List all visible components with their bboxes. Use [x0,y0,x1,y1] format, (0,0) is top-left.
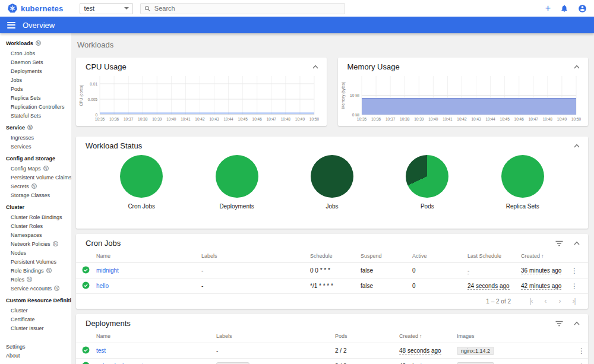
last-schedule-cell: - [467,267,469,274]
first-page-icon[interactable]: |‹ [524,297,538,305]
sidebar-item-persistent-volume-claims[interactable]: Persistent Volume ClaimsN [0,173,71,182]
notifications-bell-icon[interactable] [560,4,568,12]
column-header-pods[interactable]: Pods [333,329,397,343]
pie-label: Jobs [326,203,338,210]
sidebar-item-crd-certificate[interactable]: Certificate [0,315,71,324]
column-header-images[interactable]: Images [454,329,573,343]
sidebar-item-role-bindings[interactable]: Role BindingsN [0,266,71,275]
sidebar-item-cron-jobs[interactable]: Cron Jobs [0,49,71,58]
sidebar-item-crd-cluster-issuer[interactable]: Cluster Issuer [0,324,71,333]
column-header-created[interactable]: Created↑ [397,329,454,343]
column-header-created[interactable]: Created↑ [519,249,566,263]
sidebar-item-cluster-roles[interactable]: Cluster Roles [0,221,71,230]
pie-label: Pods [421,203,434,210]
last-page-icon[interactable]: ›| [567,297,581,305]
sidebar-item-jobs[interactable]: Jobs [0,75,71,84]
collapse-card-icon[interactable] [574,321,580,325]
sidebar-section-workloads[interactable]: WorkloadsN [0,39,71,49]
active-cell: 0 [410,278,465,294]
previous-page-icon[interactable]: ‹ [538,297,552,305]
jobs-pie-chart [311,155,353,198]
next-page-icon[interactable]: › [552,297,567,305]
sidebar-item-deployments[interactable]: Deployments [0,67,71,75]
cron-jobs-title: Cron Jobs [86,239,121,248]
sidebar-item-settings[interactable]: Settings [0,342,71,351]
collapse-card-icon[interactable] [574,241,580,245]
cron-job-link[interactable]: midnight [96,267,119,274]
filter-icon[interactable] [555,240,563,246]
collapse-card-icon[interactable] [574,144,580,148]
column-header-labels[interactable]: Labels [199,249,308,263]
create-resource-button[interactable]: + [545,4,551,13]
column-header-suspend[interactable]: Suspend [358,249,410,263]
svg-text:10:45: 10:45 [500,117,510,121]
sidebar-item-config-maps[interactable]: Config MapsN [0,164,71,173]
sidebar-item-network-policies[interactable]: Network PoliciesN [0,239,71,248]
sidebar-section-service[interactable]: ServiceN [0,123,71,133]
sidebar-item-secrets[interactable]: SecretsN [0,182,71,191]
sidebar-section-cluster[interactable]: Cluster [0,202,71,213]
kubernetes-logo[interactable]: kubernetes [7,3,63,14]
collapse-card-icon[interactable] [574,65,580,69]
svg-text:10:41: 10:41 [443,117,453,121]
sidebar-item-nodes[interactable]: Nodes [0,248,71,257]
deployment-link[interactable]: test [96,347,106,354]
menu-hamburger-icon[interactable] [7,22,15,29]
sidebar-item-crd-cluster[interactable]: Cluster [0,306,71,315]
svg-text:10:42: 10:42 [195,117,205,121]
sidebar-item-daemon-sets[interactable]: Daemon Sets [0,58,71,67]
sidebar-item-services[interactable]: Services [0,142,71,151]
namespaced-badge: N [43,166,49,171]
actions-column-header [566,249,588,263]
row-actions-menu-icon[interactable]: ⋮ [568,282,580,290]
svg-text:10:39: 10:39 [414,117,424,121]
column-header-name[interactable]: Name [94,249,199,263]
workload-status-title: Workload Status [86,141,142,150]
sidebar-item-pods[interactable]: Pods [0,84,71,93]
sidebar-item-service-accounts[interactable]: Service AccountsN [0,284,71,293]
sidebar-item-persistent-volumes[interactable]: Persistent Volumes [0,257,71,266]
row-actions-menu-icon[interactable]: ⋮ [576,362,587,364]
sidebar-item-replication-controllers[interactable]: Replication Controllers [0,102,71,111]
status-column-header [76,329,94,343]
labels-cell: - [199,278,308,294]
sidebar-item-storage-classes[interactable]: Storage Classes [0,191,71,200]
svg-text:10:35: 10:35 [95,117,105,121]
column-header-name[interactable]: Name [94,329,214,343]
user-account-icon[interactable] [578,4,587,13]
row-actions-menu-icon[interactable]: ⋮ [568,267,580,275]
column-header-last-schedule[interactable]: Last Schedule [465,249,519,263]
sidebar-item-replica-sets[interactable]: Replica Sets [0,93,71,102]
pie-label: Cron Jobs [128,203,155,210]
svg-text:10:46: 10:46 [252,117,263,121]
sidebar-item-namespaces[interactable]: Namespaces [0,230,71,239]
sidebar-section-custom-resource-definitions[interactable]: Custom Resource Definitions [0,296,71,306]
namespace-value: test [84,5,94,12]
memory-usage-title: Memory Usage [347,62,400,71]
svg-text:10:50: 10:50 [571,117,580,121]
sidebar-item-cluster-role-bindings[interactable]: Cluster Role Bindings [0,213,71,221]
suspend-cell: false [358,278,410,294]
sidebar-section-config-and-storage[interactable]: Config and Storage [0,154,71,164]
svg-text:10:43: 10:43 [471,117,481,121]
sidebar-item-about[interactable]: About [0,351,71,360]
column-header-active[interactable]: Active [410,249,465,263]
namespace-select[interactable]: test [80,3,133,14]
sidebar-item-ingresses[interactable]: Ingresses [0,133,71,142]
search-input[interactable] [154,5,342,12]
svg-text:10:47: 10:47 [267,117,277,121]
deployments-pie-chart [216,155,258,198]
sidebar-item-roles[interactable]: RolesN [0,275,71,284]
cron-job-link[interactable]: hello [96,283,109,289]
created-cell: 36 minutes ago [521,267,561,274]
deployments-table: Name Labels Pods Created↑ Images test - … [76,329,588,364]
collapse-card-icon[interactable] [312,65,318,69]
row-actions-menu-icon[interactable]: ⋮ [576,347,587,355]
column-header-schedule[interactable]: Schedule [308,249,358,263]
column-header-labels[interactable]: Labels [214,329,333,343]
brand-name: kubernetes [21,4,63,13]
svg-text:CPU (cores): CPU (cores) [79,85,84,106]
sidebar-item-stateful-sets[interactable]: Stateful Sets [0,111,71,120]
filter-icon[interactable] [555,321,563,327]
search-box[interactable] [140,3,345,14]
